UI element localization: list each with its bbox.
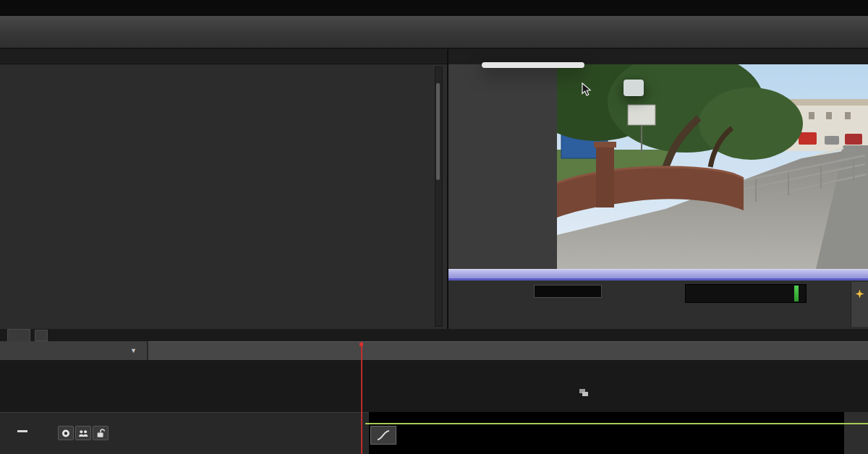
mouse-cursor bbox=[582, 82, 591, 96]
audio-level-meter bbox=[685, 284, 807, 303]
timeline-view-selector[interactable]: ▼ bbox=[0, 341, 148, 360]
add-sequence-button[interactable] bbox=[35, 330, 48, 341]
preview-video-frame bbox=[557, 64, 868, 269]
overlay-drop-zone[interactable] bbox=[0, 360, 868, 412]
playhead-marker bbox=[359, 343, 363, 346]
toolbar bbox=[0, 16, 868, 49]
overlay-icon bbox=[579, 389, 589, 397]
media-panel bbox=[0, 49, 447, 329]
audio-level-bar bbox=[794, 286, 799, 301]
playback-controls bbox=[448, 280, 868, 329]
video-track-row bbox=[0, 412, 868, 454]
sequence-tab[interactable] bbox=[7, 329, 30, 341]
fade-curve-clip[interactable] bbox=[370, 426, 396, 445]
preview-viewport bbox=[448, 64, 868, 269]
track-header bbox=[0, 412, 369, 454]
fade-curve-icon bbox=[376, 429, 391, 441]
track-top-line bbox=[365, 423, 868, 424]
media-tab-strip bbox=[0, 49, 447, 64]
split-button-partial[interactable] bbox=[851, 282, 868, 327]
cursor-time-field[interactable] bbox=[534, 285, 602, 298]
scrollbar-thumb[interactable] bbox=[436, 83, 440, 180]
media-file-list bbox=[0, 64, 447, 329]
sequence-tab-row bbox=[0, 329, 868, 341]
drag-drop-hint bbox=[297, 387, 868, 398]
chevron-down-icon: ▼ bbox=[130, 347, 137, 354]
timeline-ruler-row: ▼ bbox=[0, 341, 868, 360]
visibility-icon bbox=[60, 429, 72, 438]
track-clips-lane[interactable] bbox=[369, 412, 868, 454]
media-scrollbar[interactable] bbox=[435, 67, 443, 327]
menu-bar bbox=[0, 0, 868, 16]
track-visibility-button[interactable] bbox=[58, 426, 74, 440]
sparkle-icon bbox=[855, 289, 864, 299]
timeline-section: ▼ bbox=[0, 329, 868, 454]
people-icon bbox=[77, 429, 89, 438]
collapse-track-button[interactable] bbox=[17, 430, 27, 432]
sequence-end-gap bbox=[844, 412, 868, 454]
capture-screenshot-submenu-item[interactable] bbox=[624, 80, 644, 96]
timeline-ruler[interactable] bbox=[148, 341, 868, 360]
timeline-playhead[interactable] bbox=[361, 342, 362, 454]
record-context-menu bbox=[482, 62, 584, 68]
track-group-button[interactable] bbox=[75, 426, 91, 440]
lock-icon bbox=[95, 428, 106, 438]
file-grid bbox=[0, 64, 371, 88]
preview-scrubber[interactable] bbox=[448, 269, 868, 280]
track-lock-button[interactable] bbox=[93, 426, 109, 440]
preview-panel bbox=[447, 49, 868, 329]
